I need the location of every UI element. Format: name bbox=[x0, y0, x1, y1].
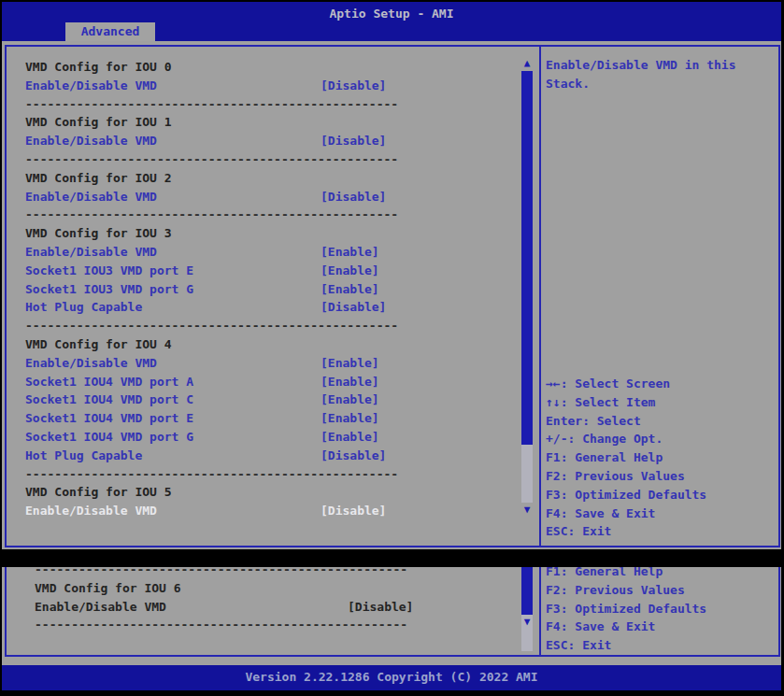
setting-row[interactable]: Hot Plug Capable[Disable] bbox=[25, 298, 520, 317]
setting-label: Enable/Disable VMD bbox=[25, 78, 157, 92]
setting-value: [Disable] bbox=[321, 77, 386, 95]
setting-row[interactable]: Enable/Disable VMD[Disable] bbox=[35, 598, 520, 617]
setting-label: Hot Plug Capable bbox=[25, 300, 142, 314]
hotkey-hint: +/-: Change Opt. bbox=[546, 430, 776, 448]
hotkey-hint: ESC: Exit bbox=[546, 636, 776, 655]
setting-value: [Enable] bbox=[321, 373, 379, 391]
hotkey-hint: F4: Save & Exit bbox=[546, 618, 776, 636]
setting-label: Socket1 IOU4 VMD port C bbox=[25, 392, 193, 406]
setting-row[interactable]: Socket1 IOU4 VMD port A[Enable] bbox=[25, 373, 520, 391]
setting-label: Socket1 IOU3 VMD port E bbox=[25, 263, 193, 277]
setting-value: [Enable] bbox=[321, 391, 379, 409]
hotkey-legend: →←: Select Screen↑↓: Select ItemEnter: S… bbox=[546, 375, 776, 541]
settings-panel-fragment: ----------------------------------------… bbox=[5, 567, 541, 657]
setting-value: [Disable] bbox=[321, 188, 386, 206]
setting-row[interactable]: Enable/Disable VMD[Disable] bbox=[25, 188, 520, 206]
setting-label: Enable/Disable VMD bbox=[25, 245, 157, 259]
hotkey-hint: →←: Select Screen bbox=[546, 375, 776, 393]
scrollbar-thumb[interactable] bbox=[521, 567, 533, 615]
setting-value: [Disable] bbox=[348, 598, 413, 617]
help-text: Enable/Disable VMD in this Stack. bbox=[546, 56, 772, 93]
hotkey-hint: F3: Optimized Defaults bbox=[546, 600, 776, 618]
help-panel-fragment: F1: General HelpF2: Previous ValuesF3: O… bbox=[539, 567, 780, 657]
section-title: VMD Config for IOU 4 bbox=[25, 335, 520, 354]
settings-list-fragment: ----------------------------------------… bbox=[35, 567, 520, 634]
setting-value: [Enable] bbox=[321, 354, 379, 373]
setting-value: [Enable] bbox=[321, 280, 379, 299]
setting-row[interactable]: Socket1 IOU4 VMD port E[Enable] bbox=[25, 409, 520, 428]
hotkey-hint: ESC: Exit bbox=[546, 522, 776, 541]
settings-panel: VMD Config for IOU 0Enable/Disable VMD[D… bbox=[5, 45, 541, 547]
setting-value: [Enable] bbox=[321, 428, 379, 447]
setting-label: Enable/Disable VMD bbox=[35, 600, 166, 614]
scroll-up-icon[interactable]: ▲ bbox=[520, 58, 534, 69]
section-title: VMD Config for IOU 6 bbox=[35, 579, 520, 598]
section-title: VMD Config for IOU 5 bbox=[25, 483, 520, 502]
settings-list: VMD Config for IOU 0Enable/Disable VMD[D… bbox=[25, 58, 520, 520]
hotkey-hint: F4: Save & Exit bbox=[546, 504, 776, 523]
setting-row[interactable]: Socket1 IOU4 VMD port C[Enable] bbox=[25, 391, 520, 409]
setting-value: [Disable] bbox=[321, 447, 386, 465]
setting-row[interactable]: Enable/Disable VMD[Disable] bbox=[25, 132, 520, 150]
main-body: VMD Config for IOU 0Enable/Disable VMD[D… bbox=[2, 41, 781, 549]
setting-value: [Disable] bbox=[321, 502, 386, 520]
setting-row[interactable]: Enable/Disable VMD[Enable] bbox=[25, 354, 520, 373]
hotkey-legend-fragment: F1: General HelpF2: Previous ValuesF3: O… bbox=[546, 567, 776, 655]
setting-row[interactable]: Socket1 IOU3 VMD port G[Enable] bbox=[25, 280, 520, 299]
hotkey-hint: F1: General Help bbox=[546, 448, 776, 467]
setting-value: [Disable] bbox=[321, 132, 386, 150]
setting-row[interactable]: Socket1 IOU4 VMD port G[Enable] bbox=[25, 428, 520, 447]
separator: ----------------------------------------… bbox=[35, 567, 520, 579]
section-title: VMD Config for IOU 3 bbox=[25, 224, 520, 243]
bios-screen: Aptio Setup - AMI Advanced VMD Config fo… bbox=[0, 0, 784, 696]
setting-label: Enable/Disable VMD bbox=[25, 356, 157, 370]
separator: ----------------------------------------… bbox=[25, 95, 520, 114]
help-panel: Enable/Disable VMD in this Stack. →←: Se… bbox=[539, 45, 780, 547]
setting-label: Enable/Disable VMD bbox=[25, 190, 157, 204]
separator: ----------------------------------------… bbox=[25, 206, 520, 224]
hotkey-hint: F2: Previous Values bbox=[546, 581, 776, 600]
setting-label: Socket1 IOU4 VMD port G bbox=[25, 430, 193, 444]
section-title: VMD Config for IOU 2 bbox=[25, 169, 520, 188]
setting-row[interactable]: Hot Plug Capable[Disable] bbox=[25, 447, 520, 465]
section-title: VMD Config for IOU 1 bbox=[25, 113, 520, 132]
footer-strip bbox=[2, 657, 781, 665]
setting-label: Socket1 IOU4 VMD port E bbox=[25, 411, 193, 425]
hotkey-hint: F1: General Help bbox=[546, 567, 776, 581]
scroll-down-icon[interactable]: ▼ bbox=[520, 504, 534, 516]
separator: ----------------------------------------… bbox=[25, 150, 520, 169]
hotkey-hint: ↑↓: Select Item bbox=[546, 393, 776, 412]
setting-row[interactable]: Enable/Disable VMD[Disable] bbox=[25, 77, 520, 95]
hotkey-hint: Enter: Select bbox=[546, 412, 776, 431]
separator: ----------------------------------------… bbox=[25, 317, 520, 335]
setting-row[interactable]: Enable/Disable VMD[Enable] bbox=[25, 243, 520, 262]
scrollbar-fragment[interactable]: ▼ bbox=[520, 567, 534, 655]
hotkey-hint: F3: Optimized Defaults bbox=[546, 486, 776, 504]
separator: ----------------------------------------… bbox=[35, 616, 520, 634]
app-title: Aptio Setup - AMI bbox=[2, 7, 781, 21]
hotkey-hint: F2: Previous Values bbox=[546, 467, 776, 486]
scroll-down-icon[interactable]: ▼ bbox=[520, 617, 534, 628]
setting-label: Enable/Disable VMD bbox=[25, 504, 157, 518]
version-bar: Version 2.22.1286 Copyright (C) 2022 AMI bbox=[2, 665, 781, 690]
screen-fragment: ----------------------------------------… bbox=[2, 567, 781, 657]
setting-value: [Disable] bbox=[321, 298, 386, 317]
version-text: Version 2.22.1286 Copyright (C) 2022 AMI bbox=[2, 670, 781, 684]
section-title: VMD Config for IOU 0 bbox=[25, 58, 520, 77]
setting-value: [Enable] bbox=[321, 409, 379, 428]
scrollbar-thumb[interactable] bbox=[521, 71, 533, 445]
tab-advanced[interactable]: Advanced bbox=[65, 22, 155, 41]
setting-row[interactable]: Socket1 IOU3 VMD port E[Enable] bbox=[25, 262, 520, 280]
separator: ----------------------------------------… bbox=[25, 465, 520, 484]
setting-row[interactable]: Enable/Disable VMD[Disable] bbox=[25, 502, 520, 520]
setting-value: [Enable] bbox=[321, 243, 379, 262]
setting-label: Socket1 IOU4 VMD port A bbox=[25, 375, 193, 389]
setting-label: Hot Plug Capable bbox=[25, 448, 142, 462]
setting-label: Socket1 IOU3 VMD port G bbox=[25, 282, 193, 296]
setting-value: [Enable] bbox=[321, 262, 379, 280]
scrollbar[interactable]: ▲ ▼ bbox=[520, 47, 534, 546]
setting-label: Enable/Disable VMD bbox=[25, 134, 157, 148]
